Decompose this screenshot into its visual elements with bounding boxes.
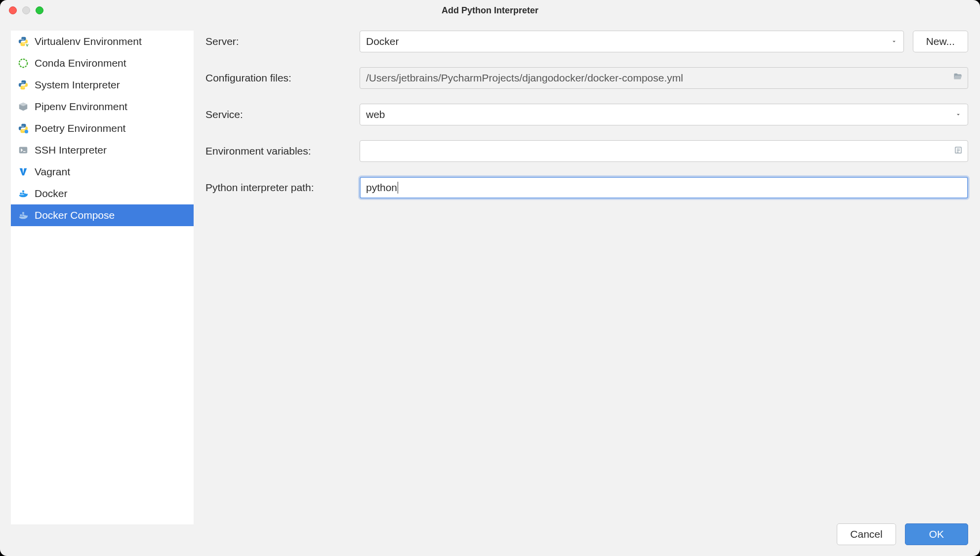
sidebar-item-vagrant[interactable]: Vagrant	[11, 161, 194, 183]
docker-icon	[18, 188, 29, 199]
titlebar: Add Python Interpreter	[0, 0, 980, 21]
sidebar-item-label: Docker Compose	[35, 209, 115, 221]
label-env-vars: Environment variables:	[205, 145, 352, 157]
service-value: web	[366, 109, 385, 120]
chevron-down-icon	[955, 109, 962, 120]
svg-point-1	[19, 59, 28, 68]
svg-point-2	[25, 130, 28, 133]
label-interpreter-path: Python interpreter path:	[205, 182, 352, 194]
dialog-footer: Cancel OK	[0, 515, 980, 556]
ssh-icon	[18, 145, 29, 156]
label-server: Server:	[205, 36, 352, 47]
svg-rect-4	[20, 193, 22, 195]
sidebar-item-label: Pipenv Environment	[35, 101, 127, 113]
sidebar-item-virtualenv[interactable]: v Virtualenv Environment	[11, 31, 194, 52]
minimize-window-button	[22, 6, 30, 14]
sidebar-item-system[interactable]: System Interpreter	[11, 74, 194, 96]
sidebar-item-label: Docker	[35, 188, 68, 199]
label-config-files: Configuration files:	[205, 72, 352, 84]
docker-compose-icon	[18, 210, 29, 221]
row-interpreter-path: Python interpreter path: python	[205, 177, 968, 199]
sidebar-item-label: Poetry Environment	[35, 122, 125, 134]
interpreter-type-sidebar: v Virtualenv Environment Conda Environme…	[11, 31, 194, 524]
sidebar-item-label: Conda Environment	[35, 57, 126, 69]
window-title: Add Python Interpreter	[0, 5, 980, 16]
svg-rect-6	[22, 191, 24, 193]
row-config-files: Configuration files: /Users/jetbrains/Py…	[205, 67, 968, 89]
sidebar-item-ssh[interactable]: SSH Interpreter	[11, 139, 194, 161]
row-env-vars: Environment variables:	[205, 140, 968, 162]
traffic-lights	[9, 6, 43, 14]
sidebar-item-poetry[interactable]: Poetry Environment	[11, 118, 194, 139]
content: v Virtualenv Environment Conda Environme…	[0, 21, 980, 515]
poetry-icon	[18, 123, 29, 134]
row-service: Service: web	[205, 104, 968, 125]
sidebar-item-pipenv[interactable]: Pipenv Environment	[11, 96, 194, 118]
new-server-button[interactable]: New...	[913, 31, 968, 52]
service-combobox[interactable]: web	[360, 104, 968, 125]
sidebar-item-label: SSH Interpreter	[35, 144, 107, 156]
config-files-value: /Users/jetbrains/PycharmProjects/djangod…	[366, 72, 683, 84]
sidebar-item-label: System Interpreter	[35, 79, 120, 91]
maximize-window-button[interactable]	[36, 6, 43, 14]
folder-open-icon[interactable]	[953, 72, 963, 84]
svg-rect-3	[19, 147, 28, 154]
vagrant-icon	[18, 166, 29, 177]
chevron-down-icon	[891, 36, 898, 47]
interpreter-path-value: python	[366, 182, 397, 194]
python-v-icon: v	[18, 36, 29, 47]
svg-rect-7	[20, 214, 22, 216]
sidebar-item-label: Vagrant	[35, 166, 70, 178]
row-server: Server: Docker New...	[205, 31, 968, 52]
python-icon	[18, 79, 29, 90]
form-panel: Server: Docker New... Configuration file…	[194, 21, 980, 515]
svg-rect-5	[22, 193, 24, 195]
text-caret	[398, 182, 398, 194]
server-value: Docker	[366, 36, 399, 47]
ok-button[interactable]: OK	[905, 523, 968, 545]
config-files-field[interactable]: /Users/jetbrains/PycharmProjects/djangod…	[360, 67, 968, 89]
sidebar-item-docker[interactable]: Docker	[11, 183, 194, 204]
server-combobox[interactable]: Docker	[360, 31, 904, 52]
pipenv-icon	[18, 101, 29, 112]
env-vars-field[interactable]	[360, 140, 968, 162]
svg-rect-9	[22, 212, 24, 214]
label-service: Service:	[205, 109, 352, 120]
svg-text:v: v	[26, 42, 29, 47]
sidebar-item-conda[interactable]: Conda Environment	[11, 52, 194, 74]
cancel-button[interactable]: Cancel	[837, 523, 896, 545]
dialog-window: Add Python Interpreter v Virtualenv Envi…	[0, 0, 980, 556]
list-icon[interactable]	[954, 146, 963, 157]
conda-icon	[18, 58, 29, 69]
svg-rect-8	[22, 214, 24, 216]
close-window-button[interactable]	[9, 6, 17, 14]
sidebar-item-docker-compose[interactable]: Docker Compose	[11, 204, 194, 226]
sidebar-item-label: Virtualenv Environment	[35, 36, 142, 47]
interpreter-path-input[interactable]: python	[360, 177, 968, 199]
